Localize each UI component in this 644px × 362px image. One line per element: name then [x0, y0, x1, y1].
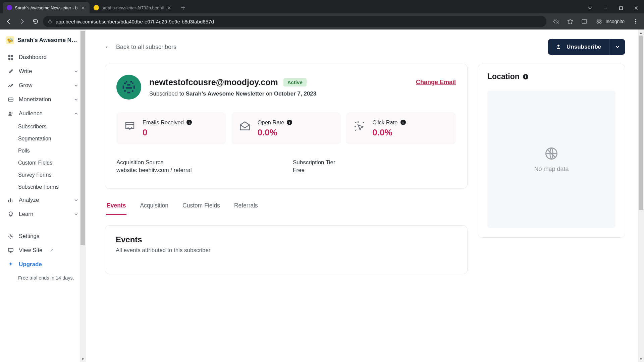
incognito-label: Incognito	[605, 19, 625, 24]
sidebar-item-settings[interactable]: Settings	[3, 229, 83, 243]
svg-rect-18	[126, 81, 127, 83]
stat-value: 0.0%	[258, 127, 334, 138]
tab-events[interactable]: Events	[106, 199, 126, 215]
info-icon[interactable]: i	[186, 120, 192, 125]
sidebar-item-monetization[interactable]: Monetization	[3, 93, 83, 107]
arrow-left-icon: ←	[105, 44, 111, 51]
info-icon[interactable]: i	[287, 120, 292, 125]
users-icon	[7, 111, 14, 117]
maximize-button[interactable]	[613, 3, 629, 13]
svg-rect-22	[127, 84, 130, 86]
avatar	[116, 75, 141, 100]
svg-rect-9	[11, 55, 13, 57]
svg-rect-25	[126, 87, 132, 89]
external-link-icon	[49, 248, 54, 253]
tab-title: sarahs-newsletter-fd732b.beehii	[102, 5, 164, 10]
svg-rect-21	[132, 82, 133, 84]
sidebar-sub-subscribers[interactable]: Subscribers	[3, 121, 83, 133]
incognito-badge[interactable]: Incognito	[593, 18, 627, 25]
grid-icon	[7, 54, 14, 60]
reload-button[interactable]	[30, 15, 42, 27]
url-text: app.beehiiv.com/subscribers/bda40dbe-e07…	[56, 19, 214, 24]
svg-rect-19	[130, 81, 132, 83]
svg-point-6	[635, 21, 636, 22]
info-icon[interactable]: i	[523, 74, 528, 79]
subscribed-line: Subscribed to Sarah's Awesome Newsletter…	[149, 90, 456, 97]
change-email-link[interactable]: Change Email	[416, 79, 456, 86]
lock-icon	[48, 19, 52, 24]
sidebar-item-label: Monetization	[19, 96, 51, 103]
svg-point-14	[11, 112, 13, 114]
back-button[interactable]	[3, 15, 15, 27]
sidebar-scrollbar[interactable]: ▲ ▼	[80, 29, 86, 362]
close-window-button[interactable]	[629, 3, 644, 13]
star-icon[interactable]	[565, 16, 576, 27]
sidebar-item-learn[interactable]: Learn	[3, 207, 83, 221]
svg-rect-28	[127, 92, 130, 94]
sparkle-icon	[7, 261, 14, 267]
map-placeholder: No map data	[487, 90, 615, 228]
sidebar-item-label: Audience	[19, 110, 43, 117]
back-to-subscribers-link[interactable]: ← Back to all subscribers	[105, 44, 176, 51]
svg-point-13	[9, 112, 11, 114]
sidebar-sub-polls[interactable]: Polls	[3, 145, 83, 157]
location-card: Location i No map data	[478, 64, 625, 238]
unsubscribe-button[interactable]: Unsubscribe	[548, 39, 609, 55]
events-subtitle: All events attributed to this subscriber	[116, 247, 457, 254]
main-scrollbar[interactable]: ▲ ▼	[638, 29, 644, 362]
tab-acquisition[interactable]: Acquisition	[139, 199, 169, 215]
sidebar-item-label: Settings	[19, 233, 39, 240]
close-icon[interactable]: ✕	[166, 5, 172, 10]
panel-icon[interactable]	[579, 16, 590, 27]
workspace-switcher[interactable]: 🐝 Sarah's Awesome N…	[3, 34, 83, 50]
browser-tab[interactable]: sarahs-newsletter-fd732b.beehii ✕	[90, 2, 176, 13]
chevron-down-icon[interactable]	[582, 3, 598, 13]
sidebar-item-view-site[interactable]: View Site	[3, 243, 83, 257]
sidebar-item-audience[interactable]: Audience	[3, 107, 83, 121]
sidebar-item-label: Write	[19, 68, 32, 75]
svg-rect-27	[132, 90, 133, 92]
address-bar: app.beehiiv.com/subscribers/bda40dbe-e07…	[0, 13, 644, 29]
svg-rect-16	[8, 248, 13, 251]
forward-button[interactable]	[16, 15, 28, 27]
svg-point-17	[557, 45, 559, 47]
close-icon[interactable]: ✕	[80, 5, 86, 10]
chevron-down-icon	[74, 69, 78, 74]
meta-value: website: beehiiv.com / referral	[116, 167, 279, 174]
sidebar-item-grow[interactable]: Grow	[3, 78, 83, 93]
minimize-button[interactable]	[598, 3, 613, 13]
events-card: Events All events attributed to this sub…	[105, 225, 468, 274]
sidebar-item-label: Analyze	[19, 197, 39, 203]
tab-custom-fields[interactable]: Custom Fields	[182, 199, 221, 215]
workspace-icon: 🐝	[6, 36, 14, 44]
svg-rect-10	[8, 58, 10, 60]
sidebar-item-upgrade[interactable]: Upgrade	[3, 257, 83, 272]
unsubscribe-dropdown-toggle[interactable]	[609, 39, 625, 55]
sidebar-sub-segmentation[interactable]: Segmentation	[3, 133, 83, 145]
chevron-down-icon	[615, 45, 620, 49]
svg-rect-23	[123, 85, 124, 88]
browser-chrome: Sarah's Awesome Newsletter - b ✕ sarahs-…	[0, 0, 644, 29]
info-icon[interactable]: i	[400, 120, 406, 125]
gear-icon	[7, 233, 14, 239]
sidebar-item-dashboard[interactable]: Dashboard	[3, 50, 83, 64]
browser-tab-active[interactable]: Sarah's Awesome Newsletter - b ✕	[3, 2, 90, 13]
favicon-icon	[94, 5, 99, 10]
app-root: ▲ ▼ 🐝 Sarah's Awesome N… Dashboard Write…	[0, 29, 644, 362]
url-input[interactable]: app.beehiiv.com/subscribers/bda40dbe-e07…	[43, 16, 546, 27]
sidebar-item-write[interactable]: Write	[3, 64, 83, 78]
globe-off-icon	[544, 146, 559, 161]
new-tab-button[interactable]	[178, 3, 188, 12]
tab-referrals[interactable]: Referrals	[233, 199, 259, 215]
monitor-icon	[7, 247, 14, 253]
sidebar-item-analyze[interactable]: Analyze	[3, 193, 83, 207]
sidebar-sub-survey-forms[interactable]: Survey Forms	[3, 169, 83, 181]
acquisition-source-block: Acquisition Source website: beehiiv.com …	[116, 159, 279, 174]
eye-off-icon[interactable]	[550, 16, 562, 27]
sidebar-sub-custom-fields[interactable]: Custom Fields	[3, 157, 83, 169]
stat-title: Emails Received	[143, 119, 184, 126]
sidebar-sub-subscribe-forms[interactable]: Subscribe Forms	[3, 181, 83, 193]
svg-rect-11	[11, 58, 13, 60]
kebab-menu-icon[interactable]	[630, 16, 641, 27]
svg-point-5	[635, 19, 636, 20]
